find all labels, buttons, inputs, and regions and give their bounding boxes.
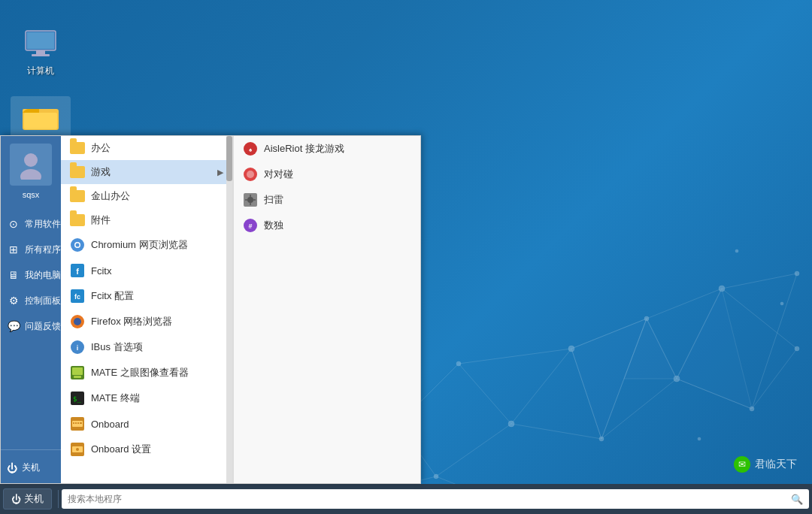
aisle-riot-label: AisleRiot 接龙游戏 bbox=[264, 142, 344, 156]
search-icon: 🔍 bbox=[791, 494, 803, 505]
face2face-icon bbox=[243, 167, 258, 182]
submenu-arrow-icon: ▶ bbox=[217, 168, 223, 177]
desktop-icon-computer[interactable]: 计算机 bbox=[11, 23, 71, 80]
fcitx-label: Fcitx bbox=[91, 265, 111, 277]
submenu-item-aisle-riot[interactable]: ♠ AisleRiot 接龙游戏 bbox=[234, 136, 420, 162]
all-programs-label: 所有程序 bbox=[25, 243, 61, 256]
svg-line-1 bbox=[511, 424, 601, 439]
start-menu: sqsx ⊙ 常用软件 ⊞ 所有程序 🖥 我的电脑 ⚙ 控制面板 bbox=[0, 135, 421, 484]
svg-line-4 bbox=[752, 349, 797, 409]
search-input[interactable] bbox=[68, 494, 788, 504]
taskbar: ⏻ 关机 🔍 bbox=[0, 484, 812, 514]
user-name: sqsx bbox=[23, 190, 40, 199]
svg-rect-42 bbox=[27, 32, 54, 49]
submenu-item-sudoku[interactable]: # 数独 bbox=[234, 213, 420, 238]
sidebar-item-feedback[interactable]: 💬 问题反馈 bbox=[1, 313, 61, 339]
svg-rect-44 bbox=[32, 54, 50, 56]
desktop-icon-folder[interactable] bbox=[11, 96, 71, 141]
submenu-item-face2face[interactable]: 对对碰 bbox=[234, 162, 420, 187]
feedback-icon: 💬 bbox=[7, 319, 20, 333]
onboard-label: Onboard bbox=[91, 419, 129, 430]
sidebar-item-all-programs[interactable]: ⊞ 所有程序 bbox=[1, 237, 61, 262]
menu-item-firefox[interactable]: Firefox 网络浏览器 bbox=[61, 309, 232, 334]
search-area[interactable]: 🔍 bbox=[62, 489, 809, 509]
svg-line-18 bbox=[752, 274, 797, 409]
fcitx-config-label: Fcitx 配置 bbox=[91, 289, 134, 303]
svg-marker-39 bbox=[677, 289, 752, 409]
svg-point-79 bbox=[247, 171, 254, 178]
fcitx-icon: f bbox=[70, 263, 85, 278]
power-icon: ⏻ bbox=[11, 494, 21, 505]
kingsoft-label: 金山办公 bbox=[91, 189, 130, 203]
menu-item-chromium[interactable]: Chromium 网页浏览器 bbox=[61, 232, 232, 258]
svg-rect-63 bbox=[72, 367, 83, 375]
chromium-label: Chromium 网页浏览器 bbox=[91, 238, 188, 252]
submenu-panel: ♠ AisleRiot 接龙游戏 对对碰 bbox=[233, 136, 420, 483]
svg-rect-71 bbox=[77, 422, 79, 424]
menu-item-mate-eye[interactable]: MATE 之眼图像查看器 bbox=[61, 360, 232, 386]
wechat-icon: ✉ bbox=[734, 456, 750, 473]
fcitx-config-icon: fc bbox=[70, 289, 85, 304]
menu-item-accessories[interactable]: 附件 bbox=[61, 208, 232, 232]
desktop: 计算机 sqsx ⊙ bbox=[0, 0, 812, 514]
menu-item-office[interactable]: 办公 bbox=[61, 136, 232, 160]
menu-bottom-nav: ⏻ 关机 bbox=[1, 449, 61, 483]
ibus-icon: i bbox=[70, 340, 85, 355]
svg-rect-64 bbox=[74, 376, 81, 378]
folder-icon-accessories bbox=[70, 214, 85, 226]
menu-scroll-area[interactable]: 办公 游戏 ▶ 金山办公 附件 bbox=[61, 136, 232, 483]
mate-terminal-label: MATE 终端 bbox=[91, 392, 140, 405]
menu-item-ibus[interactable]: i IBus 首选项 bbox=[61, 334, 232, 360]
svg-line-8 bbox=[722, 274, 797, 289]
mines-label: 扫雷 bbox=[264, 193, 283, 207]
shutdown-label: 关机 bbox=[24, 492, 44, 506]
menu-item-onboard-settings[interactable]: Onboard 设置 bbox=[61, 437, 232, 462]
shutdown-button[interactable]: ⏻ 关机 bbox=[1, 456, 61, 477]
submenu-item-mines[interactable]: 扫雷 bbox=[234, 187, 420, 213]
power-icon: ⏻ bbox=[7, 462, 17, 474]
svg-rect-69 bbox=[73, 422, 74, 424]
mate-terminal-icon: $_ bbox=[70, 391, 85, 406]
sidebar-item-my-computer[interactable]: 🖥 我的电脑 bbox=[1, 262, 61, 288]
svg-line-14 bbox=[459, 349, 571, 364]
svg-point-35 bbox=[698, 437, 701, 440]
svg-rect-47 bbox=[24, 113, 57, 129]
games-label: 游戏 bbox=[91, 165, 111, 179]
onboard-icon bbox=[70, 416, 85, 431]
menu-item-fcitx[interactable]: f Fcitx bbox=[61, 258, 232, 283]
svg-rect-72 bbox=[80, 422, 82, 424]
scrollbar-track[interactable] bbox=[226, 136, 232, 483]
svg-rect-43 bbox=[36, 50, 45, 54]
menu-item-kingsoft[interactable]: 金山办公 bbox=[61, 184, 232, 208]
folder-icon-games bbox=[70, 166, 85, 178]
svg-point-75 bbox=[76, 448, 79, 451]
computer-icon bbox=[23, 26, 59, 62]
svg-point-34 bbox=[780, 302, 783, 305]
shutdown-button[interactable]: ⏻ 关机 bbox=[3, 488, 52, 509]
accessories-label: 附件 bbox=[91, 213, 111, 227]
svg-point-33 bbox=[735, 249, 738, 252]
folder-icon bbox=[23, 99, 59, 135]
sidebar-item-common-software[interactable]: ⊙ 常用软件 bbox=[1, 211, 61, 237]
all-programs-icon: ⊞ bbox=[7, 243, 20, 256]
menu-item-mate-terminal[interactable]: $_ MATE 终端 bbox=[61, 386, 232, 411]
sudoku-label: 数独 bbox=[264, 219, 283, 232]
onboard-settings-label: Onboard 设置 bbox=[91, 443, 151, 456]
chromium-icon bbox=[70, 237, 85, 252]
firefox-icon bbox=[70, 314, 85, 329]
firefox-label: Firefox 网络浏览器 bbox=[91, 315, 172, 328]
onboard-settings-icon bbox=[70, 442, 85, 457]
svg-text:i: i bbox=[77, 344, 79, 352]
svg-text:f: f bbox=[76, 267, 79, 276]
menu-sidebar: sqsx ⊙ 常用软件 ⊞ 所有程序 🖥 我的电脑 ⚙ 控制面板 bbox=[1, 136, 61, 483]
mate-eye-icon bbox=[70, 365, 85, 380]
office-label: 办公 bbox=[91, 141, 111, 155]
sudoku-icon: # bbox=[243, 218, 258, 233]
control-panel-label: 控制面板 bbox=[25, 295, 61, 307]
menu-item-games[interactable]: 游戏 ▶ bbox=[61, 160, 232, 184]
sidebar-item-control-panel[interactable]: ⚙ 控制面板 bbox=[1, 288, 61, 313]
menu-item-fcitx-config[interactable]: fc Fcitx 配置 bbox=[61, 283, 232, 309]
svg-line-0 bbox=[436, 424, 511, 476]
menu-item-onboard[interactable]: Onboard bbox=[61, 411, 232, 437]
scrollbar-thumb[interactable] bbox=[226, 136, 232, 181]
